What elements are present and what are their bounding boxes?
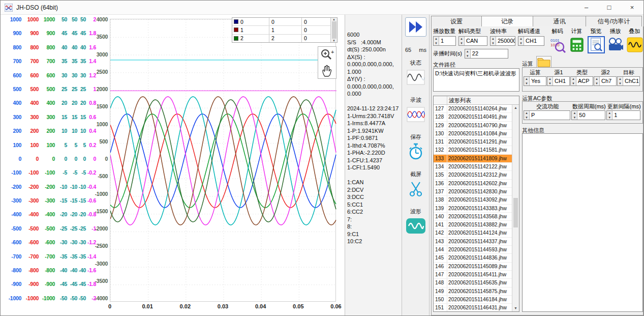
waveform-plot[interactable] [110, 19, 336, 302]
file-path-box[interactable]: D:\快速访问资料\三相机录波波形 [433, 68, 519, 92]
spin-up-icon[interactable]: ▲ [572, 111, 577, 116]
record-time-spinner-arrows[interactable]: ▲▼ [465, 49, 471, 58]
play-tool-button[interactable]: 播放 [606, 27, 624, 53]
legend-row[interactable]: 110 [232, 26, 330, 34]
tab-signal-power[interactable]: 信号/功率计 [586, 16, 642, 27]
spin-down-icon[interactable]: ▼ [572, 116, 577, 120]
table-row[interactable]: 13220200620151141581.jhw [434, 146, 512, 154]
spin-up-icon[interactable]: ▲ [490, 37, 496, 41]
spin-down-icon[interactable]: ▼ [524, 116, 529, 120]
ac-data-period-spinner-arrows[interactable]: ▲▼ [572, 111, 577, 120]
tab-settings[interactable]: 设置 [431, 16, 482, 27]
table-row[interactable]: 15020200620151146184.jhw [434, 296, 512, 304]
op-target-spinner-arrows[interactable]: ▲▼ [618, 77, 623, 85]
ac-update-interval-spinner-arrows[interactable]: ▲▼ [607, 111, 612, 120]
scroll-up-icon[interactable]: ▲ [332, 18, 335, 21]
op-enable-spinner[interactable]: ▲▼Yes [524, 76, 546, 86]
spin-down-icon[interactable]: ▼ [465, 54, 470, 59]
table-row[interactable]: 14320200620151144337.jhw [434, 238, 512, 246]
record-tool-button[interactable]: 录波 [403, 96, 429, 124]
calc-tool-button[interactable]: 计算 [568, 27, 586, 53]
ac-function-spinner-arrows[interactable]: ▲▼ [524, 111, 530, 120]
op-source2-spinner[interactable]: ▲▼Ch7 [594, 76, 617, 86]
playback-count-spinner-arrows[interactable]: ▲▼ [434, 37, 439, 45]
decode-channel-spinner-arrows[interactable]: ▲▼ [518, 37, 524, 45]
op-source1-spinner[interactable]: ▲▼CH1 [547, 76, 570, 86]
op-source2-spinner-arrows[interactable]: ▲▼ [594, 77, 600, 85]
table-row[interactable]: 14920200620151145875.jhw [434, 288, 512, 296]
table-row[interactable]: 14520200620151144836.jhw [434, 254, 512, 262]
pan-hand-button[interactable] [320, 64, 335, 78]
spin-up-icon[interactable]: ▲ [434, 37, 439, 41]
table-row[interactable]: 15120200620151146431.jhw [434, 304, 512, 311]
browse-folder-button[interactable] [536, 56, 551, 68]
table-row[interactable]: 14120200620151143882.jhw [434, 221, 512, 229]
table-row[interactable]: 12820200620151140491.jhw [434, 113, 512, 121]
spin-down-icon[interactable]: ▼ [518, 41, 524, 46]
fast-forward-button[interactable] [405, 17, 426, 37]
op-source1-spinner-arrows[interactable]: ▲▼ [547, 77, 553, 85]
table-row[interactable]: 14420200620151144593.jhw [434, 246, 512, 254]
spin-down-icon[interactable]: ▼ [524, 81, 529, 86]
table-row[interactable]: 13720200620151142830.jhw [434, 188, 512, 196]
tab-comm[interactable]: 通讯 [533, 16, 586, 27]
table-row[interactable]: 13520200620151142312.jhw [434, 171, 512, 179]
scroll-up-icon[interactable]: ▲ [512, 105, 519, 111]
decode-channel-spinner[interactable]: ▲▼CH1 [518, 36, 544, 46]
overlay-tool-button[interactable]: 叠加 [626, 27, 643, 53]
table-row[interactable]: 13920200620151143383.jhw [434, 205, 512, 213]
table-row[interactable]: 13120200620151141291.jhw [434, 138, 512, 146]
spin-down-icon[interactable]: ▼ [594, 81, 599, 86]
spin-down-icon[interactable]: ▼ [571, 81, 576, 86]
playback-count-spinner[interactable]: ▲▼1 [433, 36, 456, 46]
spin-down-icon[interactable]: ▼ [618, 81, 623, 86]
file-list-scrollbar[interactable]: ▲ ▼ [512, 105, 519, 311]
plot-legend[interactable]: 000110220 ▲ ▼ [232, 17, 338, 43]
spin-up-icon[interactable]: ▲ [594, 77, 599, 81]
tab-record[interactable]: 记录 [482, 16, 533, 27]
scroll-down-icon[interactable]: ▼ [332, 39, 335, 42]
op-target-spinner[interactable]: ▲▼ChC1 [617, 76, 640, 86]
spin-up-icon[interactable]: ▲ [459, 37, 464, 41]
table-row[interactable]: 13620200620151142602.jhw [434, 180, 512, 188]
baud-rate-spinner-arrows[interactable]: ▲▼ [490, 37, 496, 45]
table-row[interactable]: 14020200620151143568.jhw [434, 213, 512, 221]
spin-up-icon[interactable]: ▲ [607, 111, 612, 116]
table-row[interactable]: 13420200620151142122.jhw [434, 163, 512, 171]
waveform-tool-button[interactable]: 波形 [403, 208, 429, 236]
spin-down-icon[interactable]: ▼ [490, 41, 496, 46]
preview-tool-button[interactable]: 预览 [587, 27, 605, 53]
maximize-button[interactable]: □ [598, 1, 621, 14]
zoom-in-button[interactable]: + [320, 48, 335, 62]
table-row[interactable]: 12720200620151140264.jhw [434, 105, 512, 113]
decode-type-spinner-arrows[interactable]: ▲▼ [459, 37, 465, 45]
decode-type-spinner[interactable]: ▲▼CAN [458, 36, 487, 46]
scroll-thumb[interactable] [332, 21, 336, 39]
spin-up-icon[interactable]: ▲ [547, 77, 553, 81]
spin-up-icon[interactable]: ▲ [465, 49, 470, 54]
table-row[interactable]: 13320200620151141809.jhw [434, 155, 512, 163]
record-time-spinner[interactable]: ▲▼22 [465, 49, 508, 59]
spin-down-icon[interactable]: ▼ [459, 41, 464, 46]
spin-up-icon[interactable]: ▲ [618, 77, 623, 81]
spin-down-icon[interactable]: ▼ [607, 116, 612, 120]
scroll-thumb[interactable] [513, 198, 518, 227]
table-row[interactable]: 13020200620151141084.jhw [434, 130, 512, 138]
op-enable-spinner-arrows[interactable]: ▲▼ [524, 77, 530, 85]
table-row[interactable]: 14820200620151145635.jhw [434, 279, 512, 287]
legend-row[interactable]: 000 [232, 18, 330, 26]
op-type-spinner[interactable]: ▲▼ACP [570, 76, 593, 86]
spin-up-icon[interactable]: ▲ [524, 77, 529, 81]
spin-down-icon[interactable]: ▼ [434, 41, 439, 46]
ac-update-interval-spinner[interactable]: ▲▼1 [606, 110, 640, 120]
op-type-spinner-arrows[interactable]: ▲▼ [571, 77, 576, 85]
close-button[interactable]: × [621, 1, 643, 14]
ac-data-period-spinner[interactable]: ▲▼50 [571, 110, 605, 120]
table-row[interactable]: 14220200620151144124.jhw [434, 229, 512, 237]
spin-up-icon[interactable]: ▲ [518, 37, 524, 41]
ac-function-spinner[interactable]: ▲▼P [524, 110, 570, 120]
decode-tool-button[interactable]: 解码01011010 [548, 27, 566, 53]
status-tool-button[interactable]: 状态 [403, 59, 429, 87]
legend-scrollbar[interactable]: ▲ ▼ [330, 18, 337, 42]
scroll-down-icon[interactable]: ▼ [512, 305, 519, 311]
